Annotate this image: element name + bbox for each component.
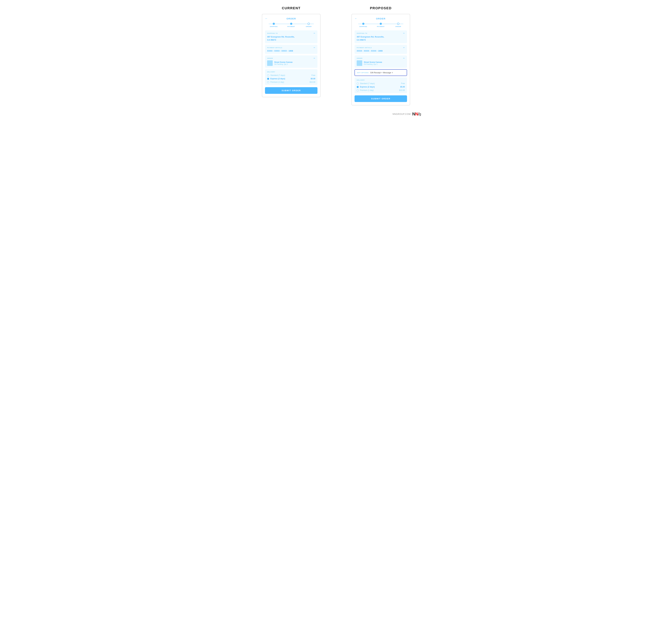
current-radio-standard[interactable] (267, 74, 269, 76)
proposed-gift-label: GIFT OPTIONS (357, 72, 369, 73)
current-payment-label: PAYMENT DETAILS ✏ (267, 47, 315, 49)
main-container: CURRENT ← ORDER SHIPPING P (251, 6, 421, 105)
proposed-item-name: Street Scene Canvas (364, 61, 382, 63)
proposed-payment-label: PAYMENT DETAILS ✏ (357, 47, 405, 49)
current-step-order: ORDER (300, 23, 317, 27)
proposed-payment-section: PAYMENT DETAILS ✏ XXXX - XXXX - XXXX - 1… (355, 45, 407, 54)
logo-slash: / (418, 112, 419, 116)
current-step-shipping: SHIPPING (265, 23, 282, 27)
current-step-payment: PAYMENT (282, 23, 300, 27)
current-order-header: ← ORDER (265, 17, 317, 20)
current-phone-frame: ← ORDER SHIPPING PAYMENT (262, 14, 320, 97)
current-order-item: Street Scene Canvas Oil Painting, Qty 1 (267, 60, 315, 66)
proposed-shipping-address: 497 Evergreen Rd. Roseville, CA 95673 (357, 35, 405, 41)
proposed-text-standard: Standard (7 days) (360, 82, 375, 85)
current-dot-order (308, 23, 310, 25)
logo-n1: N (412, 112, 415, 116)
proposed-payment-card: XXXX - XXXX - XXXX - 1908 (357, 50, 405, 52)
current-radio-premium[interactable] (267, 81, 269, 83)
footer-url: NNGROUP.COM (393, 113, 411, 115)
proposed-label-shipping: SHIPPING (359, 26, 367, 27)
current-delivery-express[interactable]: Express (2 days) $5.00 (267, 78, 315, 80)
current-item-thumbnail (267, 60, 273, 66)
current-title: CURRENT (282, 6, 301, 10)
proposed-radio-express[interactable] (357, 86, 359, 88)
proposed-delivery-section: DELIVERY Standard (7 days) Free Express … (355, 78, 407, 93)
chevron-down-icon: ∨ (392, 72, 393, 73)
current-payment-edit-icon[interactable]: ✏ (314, 47, 315, 49)
proposed-label-payment: PAYMENT (377, 26, 385, 27)
current-order-label: ORDER ✏ (267, 57, 315, 60)
current-order-edit-icon[interactable]: ✏ (314, 57, 315, 60)
proposed-radio-standard[interactable] (357, 83, 359, 85)
proposed-price-premium: $10.00 (399, 89, 405, 91)
current-dot-payment (290, 23, 292, 25)
proposed-order-header: ← ORDER (355, 17, 407, 20)
proposed-shipping-section: SHIPPING TO ✏ 497 Evergreen Rd. Rosevill… (355, 30, 407, 43)
proposed-order-edit-icon[interactable]: ✏ (403, 57, 405, 60)
current-submit-button[interactable]: SUBMIT ORDER (265, 87, 317, 94)
current-label-shipping: SHIPPING (270, 26, 278, 27)
proposed-step-payment: PAYMENT (372, 23, 390, 27)
current-shipping-edit-icon[interactable]: ✏ (314, 32, 315, 35)
proposed-gift-section[interactable]: GIFT OPTIONS Gift Receipt + Message ∨ (355, 69, 407, 76)
current-delivery-premium[interactable]: Premium (1 day) $10.00 (267, 81, 315, 83)
proposed-delivery-express[interactable]: Express (2 days) $5.00 (357, 86, 405, 88)
proposed-shipping-edit-icon[interactable]: ✏ (403, 32, 405, 35)
proposed-step-shipping: SHIPPING (355, 23, 372, 27)
proposed-item-info: Street Scene Canvas Oil Painting, Qty 1 (364, 61, 382, 65)
proposed-price-express: $5.00 (400, 86, 405, 88)
current-text-standard: Standard (7 days) (270, 74, 285, 76)
proposed-delivery-label: DELIVERY (357, 79, 405, 81)
proposed-gift-value: Gift Receipt + Message (370, 71, 391, 74)
proposed-gift-select[interactable]: Gift Receipt + Message ∨ (370, 71, 393, 74)
logo-g: g (419, 112, 421, 116)
proposed-steps-wrapper: SHIPPING PAYMENT ORDER (355, 23, 407, 27)
footer: NNGROUP.COM N N / g (251, 112, 421, 116)
current-payment-section: PAYMENT DETAILS ✏ XXXX - XXXX - XXXX - 1… (265, 45, 317, 54)
proposed-item-thumbnail (357, 60, 362, 66)
proposed-order-item: Street Scene Canvas Oil Painting, Qty 1 (357, 60, 405, 66)
proposed-order-section: ORDER ✏ Street Scene Canvas Oil Painting… (355, 56, 407, 68)
current-steps-wrapper: SHIPPING PAYMENT ORDER (265, 23, 317, 27)
proposed-step-order: ORDER (390, 23, 407, 27)
proposed-dot-order (397, 23, 399, 25)
current-price-standard: Free (312, 74, 315, 76)
proposed-shipping-label: SHIPPING TO ✏ (357, 32, 405, 35)
proposed-text-express: Express (2 days) (360, 86, 375, 88)
proposed-delivery-premium[interactable]: Premium (1 day) $10.00 (357, 89, 405, 91)
current-item-sub: Oil Painting, Qty 1 (274, 63, 293, 65)
proposed-item-sub: Oil Painting, Qty 1 (364, 63, 382, 65)
proposed-dot-shipping (362, 23, 364, 25)
current-shipping-address: 497 Evergreen Rd. Roseville, CA 95673 (267, 35, 315, 41)
current-label-order: ORDER (306, 26, 312, 27)
current-shipping-section: SHIPPING TO ✏ 497 Evergreen Rd. Rosevill… (265, 30, 317, 43)
proposed-radio-premium[interactable] (357, 89, 359, 91)
current-payment-card: XXXX - XXXX - XXXX - 1908 (267, 50, 315, 52)
current-item-name: Street Scene Canvas (274, 61, 293, 63)
proposed-column: PROPOSED ← ORDER SHIPPING (341, 6, 421, 105)
current-back-arrow[interactable]: ← (265, 17, 268, 20)
current-delivery-standard[interactable]: Standard (7 days) Free (267, 74, 315, 76)
current-price-premium: $10.00 (310, 81, 315, 83)
proposed-delivery-standard[interactable]: Standard (7 days) Free (357, 82, 405, 85)
proposed-text-premium: Premium (1 day) (360, 89, 374, 91)
current-price-express: $5.00 (311, 78, 315, 80)
proposed-back-arrow[interactable]: ← (355, 17, 357, 20)
current-delivery-section: DELIVERY Standard (7 days) Free Express … (265, 69, 317, 85)
current-delivery-label: DELIVERY (267, 71, 315, 73)
logo-n2: N (415, 112, 418, 116)
current-column: CURRENT ← ORDER SHIPPING P (251, 6, 331, 97)
current-label-payment: PAYMENT (287, 26, 295, 27)
proposed-title: PROPOSED (370, 6, 392, 10)
current-text-premium: Premium (1 day) (270, 81, 284, 83)
proposed-submit-button[interactable]: SUBMIT ORDER (355, 95, 407, 102)
proposed-payment-edit-icon[interactable]: ✏ (403, 47, 405, 49)
current-radio-express[interactable] (267, 78, 269, 80)
current-dot-shipping (273, 23, 275, 25)
proposed-price-standard: Free (401, 82, 405, 85)
current-order-title: ORDER (287, 17, 296, 20)
proposed-label-order: ORDER (396, 26, 401, 27)
footer-logo: N N / g (412, 112, 421, 116)
current-text-express: Express (2 days) (270, 78, 285, 80)
